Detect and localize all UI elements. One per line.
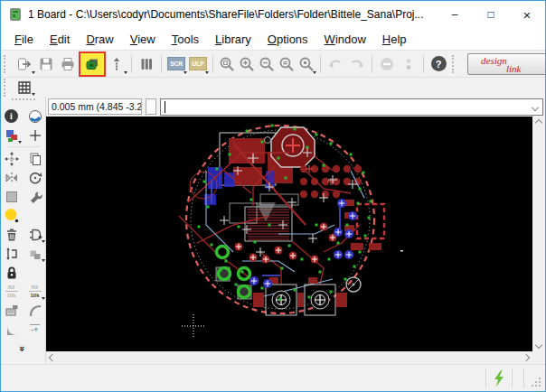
- delete-trash-icon[interactable]: [2, 226, 22, 244]
- palette-grip: [12, 98, 35, 104]
- redo-icon: [346, 53, 368, 75]
- smash-tool-icon[interactable]: [2, 302, 22, 320]
- menu-view[interactable]: View: [122, 30, 164, 49]
- menu-library[interactable]: Library: [207, 30, 259, 49]
- title-bar: 1 Board - C:\Users\codyr\Documents\Share…: [1, 1, 545, 28]
- layer-columns-icon[interactable]: [136, 53, 157, 75]
- copy-tool-icon[interactable]: [25, 150, 45, 168]
- print-icon[interactable]: [57, 53, 79, 75]
- minimize-button[interactable]: –: [437, 1, 473, 28]
- zoom-redraw-icon[interactable]: [277, 53, 297, 75]
- maximize-button[interactable]: □: [473, 1, 509, 28]
- coordinate-readout: 0.005 mm (4.845 -3.200): [48, 98, 142, 115]
- group-tool-icon[interactable]: [2, 188, 22, 206]
- paint-tool-icon[interactable]: [2, 207, 22, 225]
- miter-tool-icon[interactable]: [25, 302, 45, 320]
- open-icon[interactable]: [14, 53, 35, 75]
- help-icon[interactable]: ?: [428, 53, 449, 75]
- scroll-right-icon[interactable]: [522, 354, 530, 361]
- drc-lightning-icon[interactable]: [492, 369, 506, 387]
- zoom-in-icon[interactable]: [237, 53, 257, 75]
- script-icon[interactable]: SCR: [165, 53, 187, 75]
- updown-icon[interactable]: [106, 53, 127, 75]
- grid-toolbar-grip: [4, 79, 10, 97]
- menu-window[interactable]: Window: [316, 30, 374, 49]
- palette-more-chevron[interactable]: »: [3, 340, 44, 358]
- scroll-up-icon[interactable]: [535, 119, 542, 126]
- save-icon[interactable]: [35, 53, 57, 75]
- corner-tool-icon[interactable]: [2, 321, 22, 339]
- name-tool-icon: R210k: [2, 283, 22, 301]
- menu-draw[interactable]: Draw: [78, 30, 121, 49]
- menu-options[interactable]: Options: [259, 30, 316, 49]
- main-area: i: [1, 97, 545, 364]
- grid-icon[interactable]: [14, 79, 35, 97]
- undo-icon: [325, 53, 346, 75]
- resize-grip[interactable]: [532, 378, 542, 388]
- pcb-canvas[interactable]: [46, 117, 532, 351]
- pinswap-tool-icon[interactable]: [2, 245, 22, 263]
- scroll-down-icon[interactable]: [535, 341, 542, 349]
- scroll-left-icon[interactable]: [49, 354, 56, 361]
- status-dots-icon: [398, 53, 419, 75]
- scrollbar-corner: [532, 351, 545, 364]
- zoom-out-icon[interactable]: [257, 53, 277, 75]
- ulp-icon[interactable]: ULP: [187, 53, 209, 75]
- display-layers-icon[interactable]: [2, 126, 22, 145]
- vertical-scrollbar[interactable]: [532, 117, 545, 351]
- app-board-icon: [8, 7, 23, 22]
- tool-palette: i: [1, 97, 46, 364]
- move-tool-icon[interactable]: [2, 150, 22, 168]
- replace-tool-icon[interactable]: [25, 245, 45, 263]
- pcb-board-rendering: [46, 117, 532, 351]
- menu-edit[interactable]: Edit: [42, 30, 78, 49]
- mirror-tool-icon[interactable]: [2, 169, 22, 187]
- design-link-button[interactable]: design link: [467, 53, 545, 75]
- menu-help[interactable]: Help: [374, 30, 415, 49]
- zoom-fit-icon[interactable]: [217, 53, 237, 75]
- close-button[interactable]: ×: [509, 1, 545, 28]
- coordinate-mini-button[interactable]: [146, 98, 156, 115]
- optimize-tool-icon[interactable]: -+: [25, 321, 45, 339]
- text-cursor: [165, 101, 165, 113]
- grid-toolbar: [1, 77, 545, 97]
- status-bar: [1, 364, 545, 391]
- board-schematic-switch-icon[interactable]: [82, 54, 102, 74]
- command-dropdown-chevron-icon[interactable]: [532, 103, 539, 110]
- command-bar: 0.005 mm (4.845 -3.200): [46, 97, 545, 117]
- horizontal-scrollbar[interactable]: [46, 355, 532, 360]
- menu-file[interactable]: File: [6, 30, 42, 49]
- add-part-icon[interactable]: [25, 226, 45, 244]
- command-input[interactable]: [160, 98, 543, 116]
- toolbar-grip-2: [452, 55, 458, 73]
- application-window: 1 Board - C:\Users\codyr\Documents\Share…: [0, 0, 546, 392]
- menu-bar: File Edit Draw View Tools Library Option…: [1, 28, 545, 50]
- crosshair-cursor: [182, 314, 205, 338]
- value-tool-icon[interactable]: R210k: [25, 283, 45, 301]
- rotate-tool-icon[interactable]: [25, 169, 45, 187]
- show-eye-icon[interactable]: [25, 107, 45, 126]
- menu-tools[interactable]: Tools: [164, 30, 207, 49]
- info-tool-icon[interactable]: i: [2, 107, 22, 126]
- board-schematic-switch-highlight: [79, 51, 106, 77]
- window-title: 1 Board - C:\Users\codyr\Documents\Share…: [28, 8, 437, 21]
- stop-icon: [376, 53, 398, 75]
- zoom-select-icon[interactable]: [297, 53, 316, 75]
- mark-tool-icon[interactable]: [25, 126, 45, 145]
- change-wrench-icon[interactable]: [25, 188, 45, 206]
- main-toolbar: SCR ULP: [1, 50, 545, 77]
- lock-tool-icon[interactable]: [2, 264, 22, 282]
- toolbar-grip: [4, 55, 10, 73]
